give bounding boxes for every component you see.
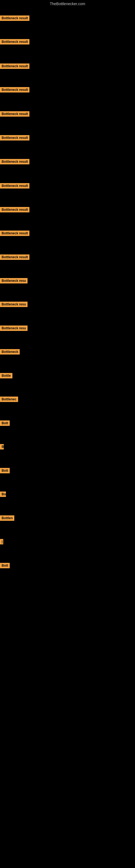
bottleneck-item-5[interactable]: Bottleneck result [0,111,30,118]
bottleneck-item-3[interactable]: Bottleneck result [0,63,30,70]
bottleneck-item-20[interactable]: Bott [0,468,10,474]
bottleneck-item-15[interactable]: Bottleneck [0,349,20,355]
bottleneck-label-21: Bo [0,492,6,497]
bottleneck-label-13: Bottleneck resu [0,302,28,307]
bottleneck-item-11[interactable]: Bottleneck result [0,254,30,261]
bottleneck-label-4: Bottleneck result [0,87,30,93]
bottleneck-label-9: Bottleneck result [0,207,30,212]
bottleneck-item-1[interactable]: Bottleneck result [0,16,30,22]
bottleneck-item-16[interactable]: Bottle [0,373,12,379]
bottleneck-label-2: Bottleneck result [0,39,30,44]
bottleneck-item-10[interactable]: Bottleneck result [0,230,30,237]
bottleneck-item-7[interactable]: Bottleneck result [0,159,30,165]
bottleneck-item-19[interactable]: B [0,444,4,451]
bottleneck-label-18: Bott [0,421,10,426]
bottleneck-item-2[interactable]: Bottleneck result [0,39,30,45]
bottleneck-item-23[interactable]: | [0,539,3,546]
bottleneck-label-14: Bottleneck resu [0,326,28,331]
bottleneck-item-8[interactable]: Bottleneck result [0,183,30,190]
bottleneck-item-4[interactable]: Bottleneck result [0,87,30,94]
bottleneck-label-1: Bottleneck result [0,16,30,21]
bottleneck-item-21[interactable]: Bo [0,492,6,498]
bottleneck-label-16: Bottle [0,373,12,378]
bottleneck-item-18[interactable]: Bott [0,421,10,427]
bottleneck-label-10: Bottleneck result [0,230,30,236]
bottleneck-item-14[interactable]: Bottleneck resu [0,326,28,332]
bottleneck-item-12[interactable]: Bottleneck resu [0,278,28,284]
bottleneck-label-24: Bott [0,563,10,568]
bottleneck-label-22: Bottlen [0,516,14,521]
bottleneck-item-17[interactable]: Bottlenec [0,397,18,403]
bottleneck-label-23: | [0,539,3,545]
bottleneck-label-3: Bottleneck result [0,63,30,69]
bottleneck-item-13[interactable]: Bottleneck resu [0,302,28,308]
bottleneck-label-5: Bottleneck result [0,111,30,117]
bottleneck-label-7: Bottleneck result [0,159,30,164]
bottleneck-label-8: Bottleneck result [0,183,30,188]
bottleneck-item-9[interactable]: Bottleneck result [0,207,30,214]
bottleneck-label-6: Bottleneck result [0,135,30,141]
site-title: TheBottlenecker.com [0,0,135,8]
bottleneck-label-19: B [0,444,4,450]
bottleneck-label-17: Bottlenec [0,397,18,402]
bottleneck-label-15: Bottleneck [0,349,20,354]
bottleneck-label-11: Bottleneck result [0,254,30,260]
bottleneck-label-12: Bottleneck resu [0,278,28,283]
bottleneck-item-24[interactable]: Bott [0,563,10,569]
bottleneck-item-6[interactable]: Bottleneck result [0,135,30,142]
bottleneck-label-20: Bott [0,468,10,473]
bottleneck-item-22[interactable]: Bottlen [0,516,14,522]
